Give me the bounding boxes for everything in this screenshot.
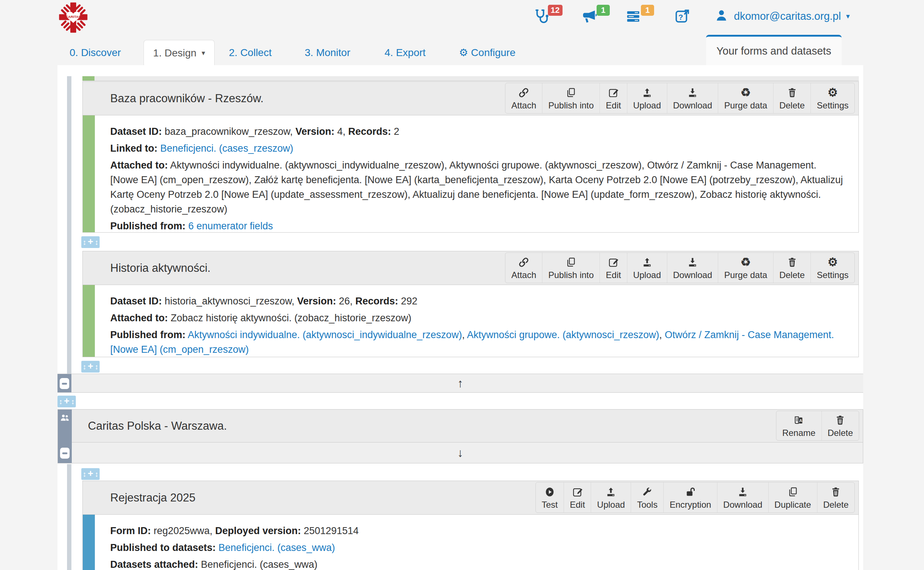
- delete-button[interactable]: Delete: [817, 483, 854, 512]
- tab-export[interactable]: 4. Export: [384, 40, 425, 65]
- delete-button-label: Delete: [779, 270, 805, 280]
- group-collapse-row-rzeszow: ↑: [58, 374, 863, 393]
- purge-data-button[interactable]: ♻ Purge data: [718, 253, 773, 283]
- upload-icon: [642, 86, 653, 99]
- delete-button[interactable]: Delete: [822, 411, 859, 440]
- insert-here-button[interactable]: ↕ + ↕: [81, 236, 99, 248]
- collapse-group-button[interactable]: [60, 447, 70, 459]
- purge-data-button-label: Purge data: [724, 270, 767, 280]
- announcements-button[interactable]: 1: [580, 8, 598, 26]
- collapse-group-button[interactable]: [60, 378, 69, 389]
- inline-link[interactable]: Aktywności indywidualne. (aktywnosci_ind…: [188, 329, 462, 340]
- field-value: 2: [391, 126, 399, 137]
- arrow-down-icon: ↓: [457, 446, 463, 460]
- download-button[interactable]: Download: [667, 253, 718, 283]
- download-button[interactable]: Download: [667, 83, 718, 113]
- rename-button[interactable]: A Rename: [776, 411, 822, 440]
- form-card-body: Form ID: reg2025wwa, Deployed version: 2…: [83, 515, 858, 570]
- encryption-button[interactable]: Encryption: [663, 483, 717, 512]
- megaphone-icon: [580, 20, 597, 26]
- attach-button-label: Attach: [511, 270, 536, 280]
- test-button[interactable]: Test: [536, 483, 564, 512]
- open-padlock-icon: [685, 486, 696, 498]
- minus-icon: [62, 452, 67, 454]
- publish-into-button[interactable]: Publish into: [542, 253, 600, 283]
- help-button[interactable]: ?: [674, 8, 691, 26]
- delete-button[interactable]: Delete: [773, 83, 811, 113]
- upload-button-label: Upload: [633, 270, 661, 280]
- previous-card-remnant: [83, 76, 859, 81]
- dataset-card-header: Historia aktywności. Attach Publish into…: [83, 251, 858, 285]
- edit-button[interactable]: Edit: [564, 483, 591, 512]
- publish-into-button-label: Publish into: [548, 270, 594, 280]
- download-icon: [687, 256, 698, 268]
- inline-link[interactable]: Beneficjenci. (cases_wwa): [219, 542, 335, 553]
- delete-button[interactable]: Delete: [773, 253, 811, 283]
- plus-icon: +: [64, 395, 69, 407]
- attached-to-line: Attached to: Aktywności indywidualne. (a…: [110, 158, 844, 216]
- delete-button-label: Delete: [823, 500, 849, 510]
- publish-into-button[interactable]: Publish into: [542, 83, 600, 113]
- dataset-title: Historia aktywności.: [110, 251, 211, 285]
- duplicate-button[interactable]: Duplicate: [768, 483, 817, 512]
- health-status-button[interactable]: 12: [533, 8, 551, 26]
- insert-here-button[interactable]: ↕ + ↕: [81, 361, 99, 372]
- settings-button[interactable]: ⚙ Settings: [811, 83, 854, 113]
- field-label: Form ID:: [110, 525, 151, 536]
- edit-icon: [608, 86, 619, 99]
- account-email: dkomor@caritas.org.pl: [734, 10, 841, 22]
- field-label: Deployed version:: [215, 525, 301, 536]
- upload-button[interactable]: Upload: [627, 83, 667, 113]
- announcements-badge: 1: [597, 5, 610, 16]
- edit-button[interactable]: Edit: [600, 83, 627, 113]
- insert-here-button[interactable]: ↕ + ↕: [58, 395, 76, 408]
- gear-icon: ⚙: [828, 256, 838, 268]
- tab-configure[interactable]: ⚙Configure: [459, 40, 516, 65]
- updown-icon: ↕: [58, 397, 62, 406]
- inline-link[interactable]: Aktywności grupowe. (aktywnosci_rzeszow): [467, 329, 659, 340]
- pages-icon: [566, 256, 577, 268]
- svg-text:CARITAS: CARITAS: [66, 15, 81, 19]
- download-button[interactable]: Download: [717, 483, 768, 512]
- settings-button[interactable]: ⚙ Settings: [811, 253, 854, 283]
- tab-monitor[interactable]: 3. Monitor: [305, 40, 350, 65]
- inline-link[interactable]: 6 enumerator fields: [188, 221, 273, 231]
- group-tree-rail: [67, 464, 72, 570]
- upload-button[interactable]: Upload: [627, 253, 667, 283]
- field-value: [158, 143, 161, 154]
- tab-discover[interactable]: 0. Discover: [70, 40, 121, 65]
- attach-button[interactable]: Attach: [505, 83, 542, 113]
- panel-tab-your-forms[interactable]: Your forms and datasets: [706, 35, 841, 65]
- form-id-line: Form ID: reg2025wwa, Deployed version: 2…: [110, 524, 844, 538]
- field-value: 26,: [336, 296, 356, 306]
- dataset-card-body: Dataset ID: historia_aktywnosci_rzeszow,…: [83, 285, 858, 369]
- field-label: Linked to:: [110, 143, 158, 154]
- user-icon: [714, 8, 729, 24]
- form-toolbar: Test Edit Upload Tools: [535, 482, 855, 513]
- upload-button-label: Upload: [597, 500, 625, 510]
- tools-button[interactable]: Tools: [631, 483, 663, 512]
- plus-icon: +: [87, 468, 93, 479]
- edit-button[interactable]: Edit: [600, 253, 627, 283]
- group-title: Caritas Polska - Warszawa.: [88, 409, 227, 443]
- pages-icon: [787, 486, 799, 498]
- minus-icon: [62, 383, 67, 385]
- tab-design[interactable]: 1. Design ▾: [144, 40, 215, 66]
- field-value: Beneficjenci. (cases_wwa): [198, 559, 318, 570]
- arrow-up-icon: ↑: [457, 377, 463, 390]
- purge-data-button[interactable]: ♻ Purge data: [718, 83, 773, 113]
- account-menu[interactable]: dkomor@caritas.org.pl ▾: [714, 6, 850, 26]
- upload-button-label: Upload: [633, 100, 661, 110]
- updown-icon: ↕: [71, 397, 75, 406]
- field-value: [216, 542, 219, 553]
- tab-collect[interactable]: 2. Collect: [229, 40, 272, 65]
- insert-here-button[interactable]: ↕ + ↕: [81, 468, 99, 480]
- inline-link[interactable]: Beneficjenci. (cases_rzeszow): [161, 143, 293, 154]
- field-label: Version:: [297, 296, 336, 306]
- attach-button[interactable]: Attach: [505, 253, 542, 283]
- field-label: Published to datasets:: [110, 542, 216, 553]
- upload-button[interactable]: Upload: [591, 483, 631, 512]
- queue-button[interactable]: 1: [625, 8, 643, 26]
- field-label: Dataset ID:: [110, 126, 162, 137]
- field-value: 4,: [334, 126, 348, 137]
